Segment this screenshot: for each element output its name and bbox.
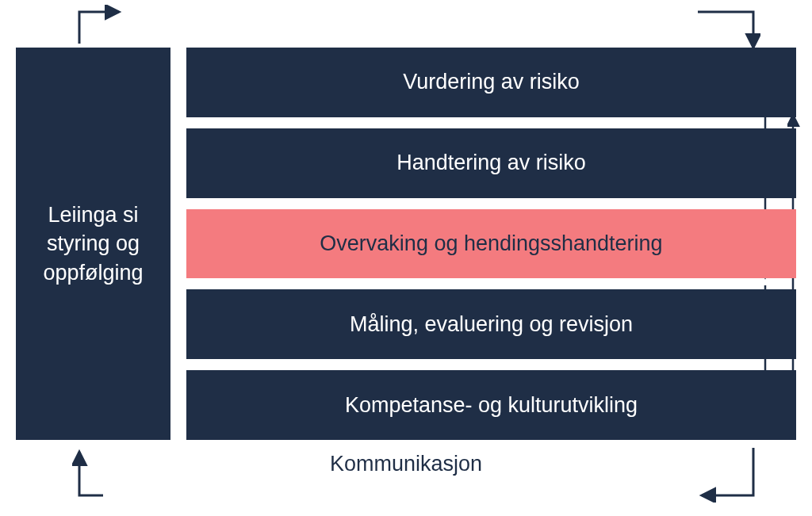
steps-column: Vurdering av risiko Handtering av risiko… [186,48,796,440]
arrow-top-left [48,4,127,44]
step-box-1: Vurdering av risiko [186,48,796,117]
diagram-container: Leiinga si styring og oppfølging Vurderi… [16,48,796,472]
step-box-3-highlighted: Overvaking og hendingsshandtering [186,209,796,279]
main-area: Leiinga si styring og oppfølging Vurderi… [16,48,796,440]
step-box-4: Måling, evaluering og revisjon [186,289,796,359]
communication-label: Kommunikasjon [330,452,482,476]
step-label: Overvaking og hendingsshandtering [320,231,662,256]
left-management-block: Leiinga si styring og oppfølging [16,48,170,440]
step-box-2: Handtering av risiko [186,128,796,198]
bottom-label: Kommunikasjon [16,452,796,476]
step-label: Kompetanse- og kulturutvikling [345,393,638,418]
left-block-label: Leiinga si styring og oppfølging [24,201,163,287]
step-label: Måling, evaluering og revisjon [350,312,633,337]
step-label: Handtering av risiko [396,151,586,175]
step-label: Vurdering av risiko [403,70,580,94]
step-box-5: Kompetanse- og kulturutvikling [186,370,796,440]
